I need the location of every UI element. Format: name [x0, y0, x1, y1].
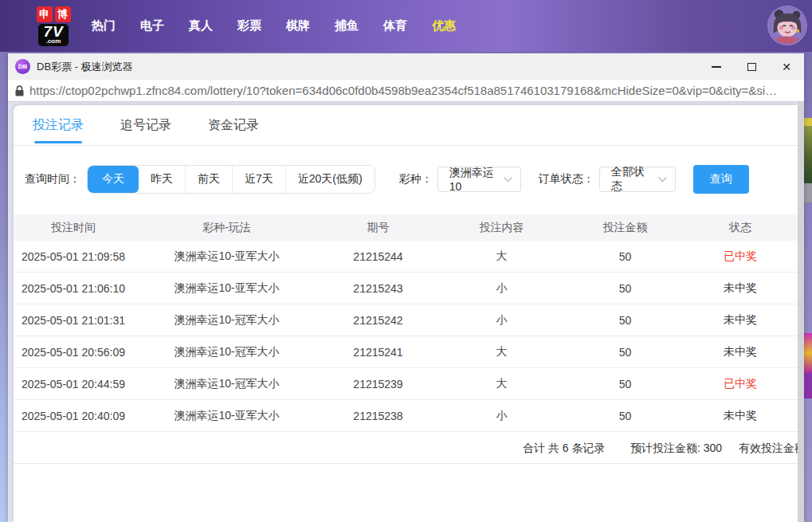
tab-label: 追号记录 [120, 117, 171, 134]
minimize-button[interactable] [699, 53, 734, 80]
cell-bet-amount: 50 [567, 250, 683, 263]
maximize-button[interactable] [734, 53, 769, 80]
record-tabs: 投注记录 追号记录 资金记录 [14, 105, 798, 146]
browser-urlbar[interactable]: https://ctop02pchwp1.zfnc84.com/lottery/… [8, 80, 804, 102]
avatar-illustration [769, 7, 806, 44]
time-filter-group: 今天 昨天 前天 近7天 近20天(低频) [87, 165, 375, 194]
cell-issue: 21215241 [320, 346, 436, 359]
filter-bar: 查询时间： 今天 昨天 前天 近7天 近20天(低频) 彩种： 澳洲幸运10 订… [25, 165, 798, 194]
nav-item-hot[interactable]: 热门 [92, 18, 116, 33]
cell-bet-content: 大 [436, 249, 567, 264]
lock-icon[interactable] [15, 85, 24, 96]
column-header-status: 状态 [683, 221, 798, 235]
window-controls: ✕ [699, 53, 804, 80]
lottery-records-panel: 投注记录 追号记录 资金记录 查询时间： 今天 昨天 前天 近7天 近 [14, 105, 798, 522]
logo-com-text: .com [43, 38, 63, 45]
site-logo[interactable]: 申 博 7V .com [29, 6, 78, 46]
tab-label: 资金记录 [208, 117, 259, 134]
background-thumbnail-4 [803, 333, 812, 373]
cell-status: 未中奖 [683, 313, 798, 328]
cell-issue: 21215239 [320, 378, 436, 391]
close-icon: ✕ [782, 61, 791, 73]
cell-bet-amount: 50 [567, 314, 683, 327]
tab-fund-records[interactable]: 资金记录 [208, 105, 259, 145]
chevron-down-icon [504, 177, 512, 183]
summary-total-records: 合计 共 6 条记录 [523, 442, 605, 456]
summary-valid-amount: 有效投注金额 [739, 442, 798, 456]
time-option-today[interactable]: 今天 [88, 166, 139, 193]
order-status-select[interactable]: 全部状态 [599, 167, 676, 192]
logo-badge-bo: 博 [55, 6, 71, 22]
table-row: 2025-05-01 21:01:31 澳洲幸运10-冠军大小 21215242… [14, 304, 798, 336]
lottery-select[interactable]: 澳洲幸运10 [437, 167, 521, 192]
nav-item-boardgames[interactable]: 棋牌 [286, 18, 310, 33]
summary-expected-amount: 预计投注金额: 300 [630, 442, 722, 456]
background-thumbnail-1 [803, 118, 812, 126]
close-button[interactable]: ✕ [769, 53, 804, 80]
cell-bet-content: 小 [436, 409, 567, 423]
scrollbar[interactable] [798, 102, 804, 522]
lottery-filter-label: 彩种： [399, 172, 433, 186]
order-status-filter-label: 订单状态： [539, 172, 594, 186]
browser-titlebar[interactable]: DB DB彩票 - 极速浏览器 ✕ [8, 53, 804, 80]
cell-bet-amount: 50 [567, 378, 683, 391]
cell-status: 已中奖 [683, 249, 798, 264]
favicon-text: DB [18, 63, 28, 70]
cell-bet-content: 大 [436, 345, 567, 359]
cell-bet-content: 小 [436, 281, 567, 296]
cell-bet-content: 大 [436, 377, 567, 391]
cell-bet-amount: 50 [567, 282, 683, 295]
tab-label: 投注记录 [33, 117, 84, 134]
window-title: DB彩票 - 极速浏览器 [37, 60, 699, 74]
active-tab-indicator [34, 141, 82, 143]
cell-game-play: 澳洲幸运10-亚军大小 [133, 249, 320, 264]
nav-item-fishing[interactable]: 捕鱼 [335, 18, 359, 33]
time-option-day-before[interactable]: 前天 [185, 166, 232, 193]
cell-issue: 21215238 [320, 410, 436, 422]
cell-issue: 21215243 [320, 282, 436, 295]
nav-item-slots[interactable]: 电子 [140, 18, 164, 33]
cell-status: 未中奖 [683, 409, 798, 423]
minimize-icon [712, 66, 721, 68]
column-header-bet-time: 投注时间 [14, 221, 133, 235]
cell-bet-time: 2025-05-01 21:06:10 [14, 282, 133, 295]
cell-bet-amount: 50 [567, 410, 683, 422]
table-header: 投注时间 彩种-玩法 期号 投注内容 投注金额 状态 [14, 214, 798, 241]
cell-game-play: 澳洲幸运10-冠军大小 [133, 377, 320, 391]
cell-bet-amount: 50 [567, 346, 683, 359]
search-button[interactable]: 查询 [693, 165, 749, 194]
nav-item-sports[interactable]: 体育 [383, 18, 407, 33]
cell-bet-time: 2025-05-01 20:56:09 [14, 346, 133, 359]
logo-badge-shen: 申 [37, 6, 53, 22]
site-nav: 申 博 7V .com 热门 电子 真人 彩票 棋牌 捕鱼 体育 优惠 [0, 0, 812, 52]
logo-badges: 申 博 [37, 6, 71, 22]
time-option-yesterday[interactable]: 昨天 [139, 166, 185, 193]
column-header-bet-content: 投注内容 [436, 221, 567, 235]
time-option-last-7-days[interactable]: 近7天 [232, 166, 285, 193]
table-row: 2025-05-01 21:09:58 澳洲幸运10-亚军大小 21215244… [14, 241, 798, 273]
records-table: 投注时间 彩种-玩法 期号 投注内容 投注金额 状态 2025-05-01 21… [14, 214, 798, 464]
column-header-bet-amount: 投注金额 [567, 221, 683, 235]
nav-item-live[interactable]: 真人 [189, 18, 213, 33]
user-avatar[interactable] [769, 7, 806, 44]
table-summary: 合计 共 6 条记录 预计投注金额: 300 有效投注金额 [14, 432, 798, 464]
nav-item-promo[interactable]: 优惠 [432, 18, 456, 33]
background-thumbnail-3 [803, 183, 812, 202]
tab-bet-records[interactable]: 投注记录 [33, 105, 84, 145]
tab-chase-records[interactable]: 追号记录 [120, 105, 171, 145]
cell-bet-time: 2025-05-01 20:44:59 [14, 378, 133, 391]
order-status-select-value: 全部状态 [611, 165, 653, 194]
nav-item-lottery[interactable]: 彩票 [237, 18, 261, 33]
chevron-down-icon [658, 177, 667, 183]
cell-bet-time: 2025-05-01 21:09:58 [14, 250, 133, 263]
browser-favicon-icon: DB [15, 59, 30, 74]
background-thumbnail-5 [803, 373, 812, 398]
time-filter-label: 查询时间： [25, 172, 80, 186]
cell-issue: 21215242 [320, 314, 436, 327]
cell-status: 已中奖 [683, 377, 798, 391]
table-row: 2025-05-01 20:40:09 澳洲幸运10-亚军大小 21215238… [14, 400, 798, 432]
cell-game-play: 澳洲幸运10-冠军大小 [133, 313, 320, 328]
cell-bet-time: 2025-05-01 21:01:31 [14, 314, 133, 327]
time-option-last-20-days[interactable]: 近20天(低频) [285, 166, 375, 193]
cell-status: 未中奖 [683, 345, 798, 359]
